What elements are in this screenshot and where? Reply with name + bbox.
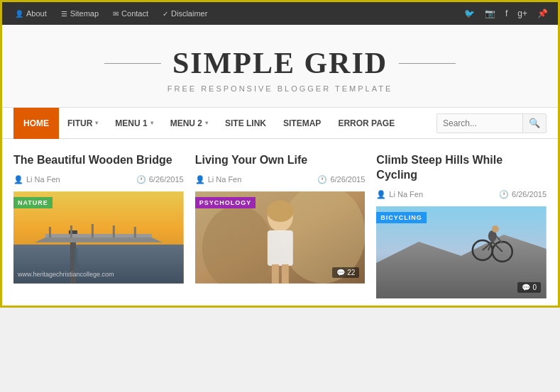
comment-count-cycling: 0 [532,284,537,291]
article-meta-life: 👤 Li Na Fen 🕐 6/26/2015 [195,175,366,184]
pinterest-icon[interactable]: 📌 [534,7,551,20]
category-badge-psychology: PSYCHOLOGY [195,197,256,208]
svg-rect-19 [281,264,288,284]
nav-menu1[interactable]: MENU 1 ▾ [106,108,161,139]
watermark-bridge: www.heritagechristiancollege.com [18,271,114,278]
category-badge-nature: NATURE [13,197,53,208]
page-wrapper: 👤 About ☰ Sitemap ✉ Contact ✓ Disclaimer… [0,0,560,308]
nav-sitemap-label: SITEMAP [283,118,321,128]
nav-home[interactable]: HOME [13,108,59,139]
nav-errorpage[interactable]: ERROR PAGE [329,108,403,139]
social-icons: 🐦 📷 f g+ 📌 [461,7,551,20]
search-box[interactable]: 🔍 [437,113,547,133]
svg-rect-9 [113,225,115,237]
article-author-bridge: 👤 Li Na Fen [13,175,60,184]
facebook-icon[interactable]: f [503,7,510,20]
author-name-bridge: Li Na Fen [26,175,60,184]
user-icon: 👤 [15,10,23,18]
comment-badge-cycling: 💬 0 [517,282,541,293]
article-card-life: Living Your Own Life 👤 Li Na Fen 🕐 6/26/… [195,153,366,298]
googleplus-icon[interactable]: g+ [515,7,530,20]
article-grid: The Beautiful Wooden Bridge 👤 Li Na Fen … [13,153,547,298]
svg-rect-10 [134,227,136,237]
article-date-life: 🕐 6/26/2015 [317,175,365,184]
article-author-life: 👤 Li Na Fen [195,175,242,184]
main-nav: HOME FITUR ▾ MENU 1 ▾ MENU 2 ▾ SITE LINK… [2,108,558,139]
nav-sitemap[interactable]: SITEMAP [275,108,329,139]
nav-disclaimer[interactable]: ✓ Disclaimer [157,6,213,21]
mail-icon: ✉ [113,10,119,18]
check-icon: ✓ [163,10,168,18]
site-tagline: FREE RESPONSIVE BLOGGER TEMPLATE [16,84,544,93]
nav-home-label: HOME [23,118,49,128]
article-date-bridge: 🕐 6/26/2015 [136,175,184,184]
search-button[interactable]: 🔍 [522,114,546,133]
comment-icon: 💬 [336,269,345,276]
article-thumbnail-bridge: NATURE www.heritagechristiancollege.com [13,191,184,284]
header-line-left [104,63,161,64]
svg-rect-7 [70,225,72,237]
date-bridge: 6/26/2015 [149,175,184,184]
svg-rect-6 [49,227,51,237]
nav-fitur-label: FITUR [67,118,92,128]
nav-menu2[interactable]: MENU 2 ▾ [162,108,216,139]
article-author-cycling: 👤 Li Na Fen [376,190,423,199]
clock-icon: 🕐 [136,175,146,184]
article-thumbnail-life: PSYCHOLOGY 💬 22 [195,191,366,284]
site-title: SIMPLE GRID [172,46,388,80]
author-name-life: Li Na Fen [208,175,242,184]
nav-sitemap[interactable]: ☰ Sitemap [55,6,104,21]
nav-sitelink[interactable]: SITE LINK [216,108,275,139]
nav-contact[interactable]: ✉ Contact [107,6,154,21]
nav-about-label: About [26,9,47,18]
content-area: The Beautiful Wooden Bridge 👤 Li Na Fen … [2,139,558,306]
svg-marker-4 [35,237,163,242]
twitter-icon[interactable]: 🐦 [461,7,478,20]
article-card-cycling: Climb Steep Hills While Cycling 👤 Li Na … [376,153,547,298]
nav-contact-label: Contact [121,9,148,18]
svg-rect-8 [92,224,94,237]
site-header: SIMPLE GRID FREE RESPONSIVE BLOGGER TEMP… [2,25,558,108]
comment-badge-life: 💬 22 [332,267,359,278]
list-icon: ☰ [61,10,67,18]
svg-point-16 [267,201,294,222]
svg-rect-17 [268,230,293,266]
comment-icon: 💬 [522,284,530,291]
nav-menu2-label: MENU 2 [170,118,202,128]
chevron-down-icon: ▾ [95,120,98,126]
article-title-life: Living Your Own Life [195,153,366,168]
search-input[interactable] [437,114,522,133]
clock-icon: 🕐 [317,175,327,184]
category-badge-bicycling: BICYCLING [376,212,427,223]
article-card-bridge: The Beautiful Wooden Bridge 👤 Li Na Fen … [13,153,184,298]
nav-menu1-label: MENU 1 [115,118,147,128]
header-title-wrapper: SIMPLE GRID [16,46,544,80]
chevron-down-icon: ▾ [205,120,208,126]
search-icon: 🔍 [529,118,540,128]
instagram-icon[interactable]: 📷 [482,7,498,20]
top-nav-left: 👤 About ☰ Sitemap ✉ Contact ✓ Disclaimer [9,6,213,21]
top-nav-bar: 👤 About ☰ Sitemap ✉ Contact ✓ Disclaimer… [2,2,558,25]
nav-disclaimer-label: Disclaimer [171,9,207,18]
article-meta-bridge: 👤 Li Na Fen 🕐 6/26/2015 [13,175,184,184]
article-meta-cycling: 👤 Li Na Fen 🕐 6/26/2015 [376,190,547,199]
svg-point-28 [492,225,499,233]
clock-icon: 🕐 [499,190,509,199]
date-cycling: 6/26/2015 [512,190,547,198]
comment-count-life: 22 [347,269,355,276]
article-thumbnail-cycling: BICYCLING 💬 0 [376,206,547,298]
nav-sitemap-label: Sitemap [70,9,99,18]
author-name-cycling: Li Na Fen [389,190,423,198]
date-life: 6/26/2015 [330,175,365,184]
nav-fitur[interactable]: FITUR ▾ [59,108,106,139]
article-title-cycling: Climb Steep Hills While Cycling [376,153,547,183]
chevron-down-icon: ▾ [150,120,153,126]
header-line-right [399,63,456,64]
article-title-bridge: The Beautiful Wooden Bridge [13,153,184,168]
author-icon: 👤 [13,175,23,184]
nav-errorpage-label: ERROR PAGE [338,118,395,128]
nav-about[interactable]: 👤 About [9,6,53,21]
author-icon: 👤 [376,190,386,199]
author-icon: 👤 [195,175,205,184]
nav-sitelink-label: SITE LINK [225,118,266,128]
